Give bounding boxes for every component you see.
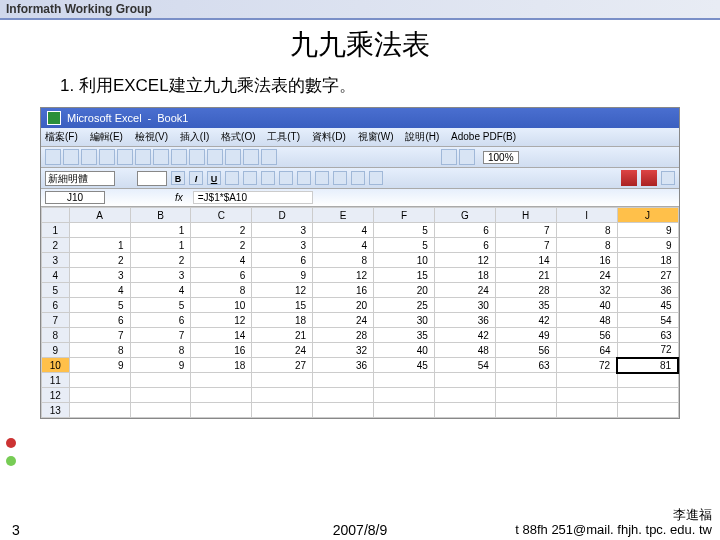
chart-icon[interactable] — [261, 149, 277, 165]
cell[interactable]: 8 — [191, 283, 252, 298]
cell[interactable]: 54 — [434, 358, 495, 373]
cell[interactable]: 42 — [434, 328, 495, 343]
font-color-icon[interactable] — [369, 171, 383, 185]
cell[interactable]: 45 — [374, 358, 435, 373]
menu-help[interactable]: 說明(H) — [405, 131, 439, 142]
menu-tools[interactable]: 工具(T) — [267, 131, 300, 142]
copy-icon[interactable] — [153, 149, 169, 165]
cell[interactable]: 2 — [191, 238, 252, 253]
cell[interactable]: 8 — [313, 253, 374, 268]
cell[interactable]: 27 — [252, 358, 313, 373]
cell[interactable]: 24 — [252, 343, 313, 358]
cell[interactable]: 64 — [556, 343, 617, 358]
cell[interactable]: 1 — [130, 223, 191, 238]
cell[interactable]: 4 — [130, 283, 191, 298]
cell[interactable]: 3 — [252, 223, 313, 238]
cell[interactable]: 12 — [252, 283, 313, 298]
cell[interactable] — [313, 373, 374, 388]
pdf-icon[interactable] — [621, 170, 637, 186]
name-box[interactable]: J10 — [45, 191, 105, 204]
merge-icon[interactable] — [279, 171, 293, 185]
italic-button[interactable]: I — [189, 171, 203, 185]
row-header[interactable]: 2 — [42, 238, 70, 253]
col-header[interactable]: E — [313, 208, 374, 223]
cell[interactable] — [374, 403, 435, 418]
borders-icon[interactable] — [333, 171, 347, 185]
cell[interactable] — [130, 373, 191, 388]
cell[interactable] — [69, 373, 130, 388]
cell[interactable]: 40 — [556, 298, 617, 313]
cell[interactable]: 21 — [495, 268, 556, 283]
cell[interactable]: 56 — [556, 328, 617, 343]
cell[interactable]: 8 — [69, 343, 130, 358]
menu-file[interactable]: 檔案(F) — [45, 131, 78, 142]
row-header[interactable]: 1 — [42, 223, 70, 238]
cell[interactable] — [313, 403, 374, 418]
cell[interactable] — [130, 403, 191, 418]
row-header[interactable]: 5 — [42, 283, 70, 298]
open-icon[interactable] — [63, 149, 79, 165]
cell[interactable]: 9 — [252, 268, 313, 283]
spreadsheet-grid[interactable]: ABCDEFGHIJ112345678921123456789322468101… — [41, 207, 679, 418]
cell[interactable]: 2 — [191, 223, 252, 238]
row-header[interactable]: 12 — [42, 388, 70, 403]
cell[interactable]: 4 — [191, 253, 252, 268]
cell[interactable]: 3 — [69, 268, 130, 283]
font-name-select[interactable]: 新細明體 — [45, 171, 115, 186]
row-header[interactable]: 9 — [42, 343, 70, 358]
cell[interactable]: 24 — [556, 268, 617, 283]
cell[interactable]: 20 — [374, 283, 435, 298]
cell[interactable] — [617, 388, 678, 403]
row-header[interactable]: 6 — [42, 298, 70, 313]
menu-bar[interactable]: 檔案(F) 編輯(E) 檢視(V) 插入(I) 格式(O) 工具(T) 資料(D… — [41, 128, 679, 147]
cell[interactable] — [495, 403, 556, 418]
pdf-attach-icon[interactable] — [661, 171, 675, 185]
cell[interactable]: 24 — [313, 313, 374, 328]
cell[interactable]: 6 — [252, 253, 313, 268]
fx-label[interactable]: fx — [175, 192, 183, 203]
menu-edit[interactable]: 編輯(E) — [90, 131, 123, 142]
cell[interactable]: 16 — [191, 343, 252, 358]
menu-pdf[interactable]: Adobe PDF(B) — [451, 131, 516, 142]
cell[interactable]: 14 — [191, 328, 252, 343]
cell[interactable] — [374, 388, 435, 403]
col-header[interactable]: J — [617, 208, 678, 223]
cell[interactable]: 56 — [495, 343, 556, 358]
cell[interactable]: 30 — [434, 298, 495, 313]
cell[interactable] — [191, 373, 252, 388]
cell[interactable]: 3 — [252, 238, 313, 253]
print-icon[interactable] — [99, 149, 115, 165]
col-header[interactable]: B — [130, 208, 191, 223]
cell[interactable]: 9 — [69, 358, 130, 373]
cell[interactable]: 6 — [434, 223, 495, 238]
cell[interactable]: 42 — [495, 313, 556, 328]
drawing-icon[interactable] — [441, 149, 457, 165]
cell[interactable] — [69, 223, 130, 238]
fill-color-icon[interactable] — [351, 171, 365, 185]
cell[interactable]: 48 — [434, 343, 495, 358]
cell[interactable] — [495, 373, 556, 388]
cell[interactable]: 15 — [374, 268, 435, 283]
cell[interactable]: 49 — [495, 328, 556, 343]
percent-icon[interactable] — [315, 171, 329, 185]
save-icon[interactable] — [81, 149, 97, 165]
cell[interactable]: 9 — [130, 358, 191, 373]
font-size-select[interactable] — [137, 171, 167, 186]
cell[interactable]: 20 — [313, 298, 374, 313]
cell[interactable]: 6 — [130, 313, 191, 328]
row-header[interactable]: 11 — [42, 373, 70, 388]
align-right-icon[interactable] — [261, 171, 275, 185]
cell[interactable]: 27 — [617, 268, 678, 283]
cell[interactable] — [130, 388, 191, 403]
cell[interactable]: 30 — [374, 313, 435, 328]
cell[interactable] — [313, 388, 374, 403]
cell[interactable]: 5 — [374, 223, 435, 238]
col-header[interactable]: C — [191, 208, 252, 223]
cell[interactable]: 48 — [556, 313, 617, 328]
cell[interactable]: 5 — [130, 298, 191, 313]
row-header[interactable]: 3 — [42, 253, 70, 268]
cell[interactable] — [495, 388, 556, 403]
cell[interactable]: 36 — [313, 358, 374, 373]
cell[interactable] — [69, 403, 130, 418]
cell[interactable] — [191, 388, 252, 403]
